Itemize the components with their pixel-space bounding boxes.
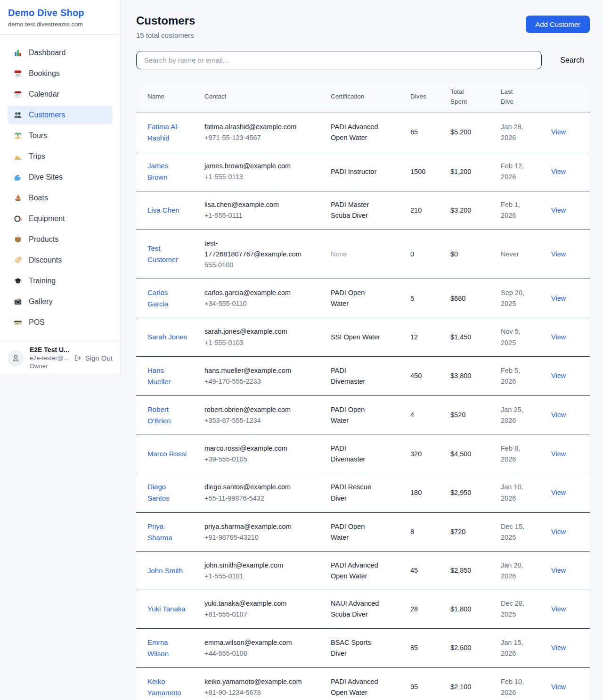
customer-last-dive: Feb 12, 2026 — [501, 161, 530, 182]
sidebar-item-label: Customers — [29, 111, 65, 119]
customer-certification: PADI Advanced Open Water — [331, 122, 383, 143]
add-customer-button[interactable]: Add Customer — [526, 16, 590, 33]
sidebar-item-dashboard[interactable]: Dashboard — [8, 43, 113, 62]
customer-name-link[interactable]: Test Customer — [147, 243, 189, 265]
sidebar-item-label: Dive Sites — [29, 173, 63, 181]
view-customer-link[interactable]: View — [551, 168, 566, 175]
sidebar-item-tours[interactable]: Tours — [8, 126, 113, 145]
customer-name-link[interactable]: John Smith — [147, 565, 183, 576]
view-customer-link[interactable]: View — [551, 411, 566, 419]
search-input[interactable] — [136, 51, 542, 69]
customer-certification: BSAC Sports Diver — [331, 637, 383, 659]
column-header: Last Dive — [501, 82, 551, 113]
customer-total-spent: $3,200 — [450, 206, 471, 214]
view-customer-link[interactable]: View — [551, 567, 566, 574]
search-button[interactable]: Search — [554, 52, 590, 68]
customer-name-link[interactable]: Marco Rossi — [147, 448, 187, 460]
sidebar-item-label: POS — [29, 318, 45, 327]
customer-certification: PADI Master Scuba Diver — [331, 199, 383, 221]
grad-cap-icon — [14, 277, 22, 285]
customer-last-dive: Jan 25, 2026 — [501, 404, 530, 426]
sidebar-item-trips[interactable]: Trips — [8, 147, 113, 166]
column-header — [551, 82, 590, 113]
customer-name-link[interactable]: Lisa Chen — [147, 205, 179, 216]
sidebar-item-dive-sites[interactable]: Dive Sites — [8, 168, 113, 187]
view-customer-link[interactable]: View — [551, 372, 566, 379]
customer-name-link[interactable]: Hans Mueller — [147, 365, 189, 387]
sidebar-item-label: Boats — [29, 194, 48, 202]
customer-phone: +81-90-1234-5678 — [204, 687, 319, 698]
customer-name-link[interactable]: Sarah Jones — [147, 331, 187, 343]
view-customer-link[interactable]: View — [551, 128, 566, 136]
customer-last-dive: Jan 10, 2026 — [501, 482, 530, 503]
sidebar-item-discounts[interactable]: Discounts — [8, 251, 113, 270]
customer-dives: 85 — [410, 644, 418, 651]
customer-phone: +1-555-0113 — [204, 172, 319, 182]
search-row: Search — [136, 51, 590, 69]
customer-phone: +44-555-0108 — [204, 648, 319, 659]
view-customer-link[interactable]: View — [551, 206, 566, 214]
view-customer-link[interactable]: View — [551, 489, 566, 496]
customer-phone: +971-55-123-4567 — [204, 132, 319, 143]
view-customer-link[interactable]: View — [551, 250, 566, 258]
sidebar-item-products[interactable]: Products — [8, 230, 113, 249]
view-customer-link[interactable]: View — [551, 683, 566, 691]
customer-last-dive: Feb 5, 2026 — [501, 365, 530, 387]
table-header-row: NameContactCertificationDivesTotal Spent… — [136, 82, 590, 113]
sidebar-item-label: Calendar — [29, 90, 59, 99]
customer-email: sarah.jones@example.com — [204, 326, 304, 337]
table-row: Fatima Al-Rashid fatima.alrashid@example… — [136, 113, 590, 152]
wave-icon — [14, 173, 22, 181]
brand-title: Demo Dive Shop — [8, 8, 113, 18]
page-title: Customers — [136, 14, 195, 27]
view-customer-link[interactable]: View — [551, 450, 566, 458]
sidebar-item-label: Bookings — [29, 69, 60, 78]
table-row: Yuki Tanaka yuki.tanaka@example.com +81-… — [136, 590, 590, 628]
customer-email: fatima.alrashid@example.com — [204, 122, 304, 132]
customer-name-link[interactable]: Robert O'Brien — [147, 404, 189, 427]
customer-certification: PADI Open Water — [331, 404, 383, 426]
sidebar-item-equipment[interactable]: Equipment — [8, 209, 113, 228]
customer-email: yuki.tanaka@example.com — [204, 598, 304, 609]
customer-name-link[interactable]: Carlos Garcia — [147, 287, 189, 310]
user-info: E2E Test U... e2e-tester@... Owner — [30, 346, 68, 370]
customer-name-link[interactable]: Priya Sharma — [147, 521, 189, 544]
table-row: Test Customer test-1772681807767@example… — [136, 230, 590, 279]
customer-name-link[interactable]: Yuki Tanaka — [147, 603, 186, 615]
customer-name-link[interactable]: Fatima Al-Rashid — [147, 121, 189, 144]
customer-total-spent: $2,950 — [450, 489, 471, 496]
sidebar-item-customers[interactable]: Customers — [8, 106, 113, 124]
main-content: Customers 15 total customers Add Custome… — [121, 0, 603, 700]
customer-email: john.smith@example.com — [204, 560, 304, 571]
sidebar-item-calendar[interactable]: Calendar — [8, 85, 113, 104]
customer-dives: 5 — [410, 295, 414, 302]
customer-total-spent: $5,200 — [450, 128, 471, 136]
view-customer-link[interactable]: View — [551, 644, 566, 651]
customer-name-link[interactable]: Diego Santos — [147, 481, 189, 504]
sidebar-item-training[interactable]: Training — [8, 272, 113, 290]
table-row: Lisa Chen lisa.chen@example.com +1-555-0… — [136, 191, 590, 230]
customer-dives: 8 — [410, 528, 414, 535]
customer-name-link[interactable]: James Brown — [147, 160, 189, 183]
view-customer-link[interactable]: View — [551, 295, 566, 302]
sidebar-item-bookings[interactable]: 17Bookings — [8, 64, 113, 83]
sign-out-button[interactable]: Sign Out — [74, 354, 113, 362]
bar-chart-icon — [14, 49, 22, 57]
view-customer-link[interactable]: View — [551, 605, 566, 613]
customer-name-link[interactable]: Emma Wilson — [147, 637, 189, 659]
customer-dives: 95 — [410, 683, 418, 691]
column-header: Dives — [410, 82, 450, 113]
customer-last-dive: Jan 20, 2026 — [501, 560, 530, 582]
sidebar-item-gallery[interactable]: Gallery — [8, 292, 113, 311]
customer-phone: +39-555-0105 — [204, 454, 319, 465]
customer-last-dive: Nov 5, 2025 — [501, 326, 530, 348]
customer-last-dive: Dec 15, 2025 — [501, 521, 530, 543]
dive-mask-icon — [14, 214, 22, 223]
view-customer-link[interactable]: View — [551, 528, 566, 535]
sidebar-item-boats[interactable]: Boats — [8, 189, 113, 207]
customer-total-spent: $4,500 — [450, 450, 471, 458]
sidebar-item-pos[interactable]: POS — [8, 313, 113, 332]
view-customer-link[interactable]: View — [551, 333, 566, 341]
customer-name-link[interactable]: Keiko Yamamoto — [147, 676, 189, 699]
island-icon — [14, 132, 22, 140]
